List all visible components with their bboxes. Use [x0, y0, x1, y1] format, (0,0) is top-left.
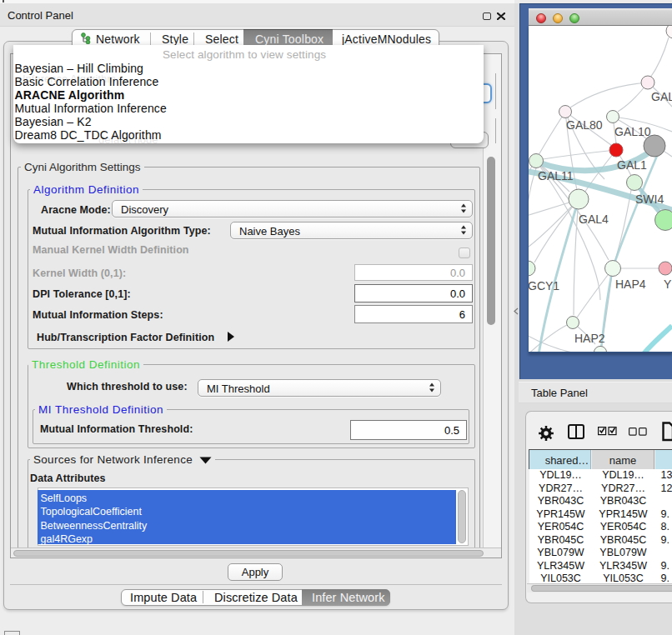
svg-text:GAL80: GAL80	[566, 118, 603, 132]
svg-text:HAP2: HAP2	[574, 332, 605, 345]
svg-text:GCY1: GCY1	[529, 279, 559, 292]
svg-text:GAL11: GAL11	[538, 169, 574, 182]
svg-text:GAL1: GAL1	[617, 158, 647, 172]
svg-text:GAL4: GAL4	[579, 212, 609, 226]
svg-text:GAL10: GAL10	[614, 125, 651, 138]
svg-text:GAL: GAL	[651, 90, 672, 103]
svg-text:HAP4: HAP4	[615, 278, 646, 291]
svg-text:Y: Y	[664, 278, 672, 291]
svg-text:SWI4: SWI4	[635, 192, 664, 206]
